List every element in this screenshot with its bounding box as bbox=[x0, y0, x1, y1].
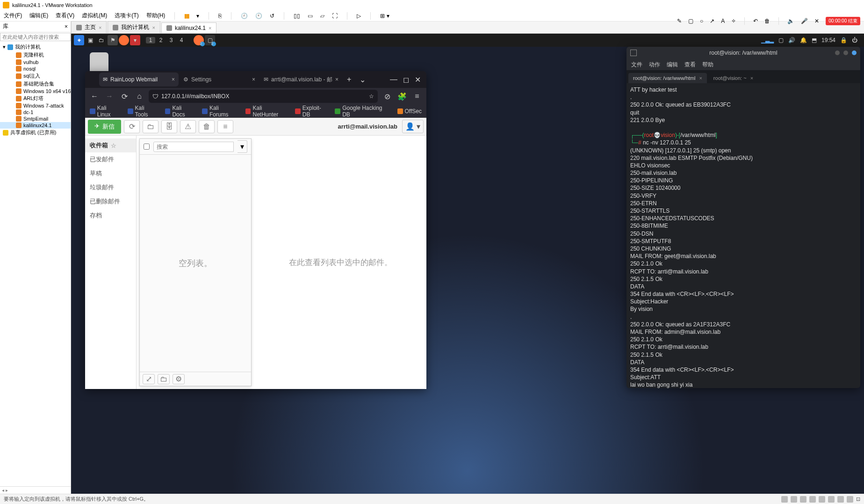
terminal-titlebar[interactable]: root@vision: /var/www/html bbox=[626, 47, 860, 59]
folder-sent[interactable]: 已发邮件 bbox=[85, 152, 136, 166]
status-dev-icon[interactable] bbox=[781, 496, 788, 503]
menu-help[interactable]: 帮助(H) bbox=[146, 12, 166, 20]
fullscreen-icon[interactable]: ⛶ bbox=[332, 13, 338, 19]
snapshot-icon[interactable]: 🕘 bbox=[241, 13, 248, 19]
nav-home-icon[interactable]: ⌂ bbox=[134, 92, 145, 101]
menu-view[interactable]: 查看(V) bbox=[56, 12, 74, 20]
term-menu-actions[interactable]: 动作 bbox=[649, 61, 660, 69]
bookmark-item[interactable]: Kali NetHunter bbox=[245, 105, 288, 118]
status-dev-icon[interactable] bbox=[809, 496, 816, 503]
browser-tab-settings[interactable]: ⚙Settings× bbox=[180, 72, 259, 86]
tool-rect-icon[interactable]: ▢ bbox=[688, 18, 693, 24]
tool-text-icon[interactable]: A bbox=[721, 18, 725, 24]
workspace-1[interactable]: 1 bbox=[146, 37, 155, 43]
term-tab-2[interactable]: root@vision: ~× bbox=[709, 73, 758, 83]
menu-edit[interactable]: 编辑(E) bbox=[29, 12, 48, 20]
search-input[interactable] bbox=[153, 142, 234, 152]
browser-tab-mail[interactable]: ✉arrti@mail.vision.lab - 邮× bbox=[260, 72, 342, 86]
bookmark-item[interactable]: Kali Linux bbox=[90, 105, 121, 118]
status-dev-icon[interactable] bbox=[847, 496, 853, 503]
term-menu-help[interactable]: 帮助 bbox=[702, 61, 713, 69]
tree-item[interactable]: 基础靶场合集 bbox=[0, 80, 71, 88]
url-bar[interactable]: 🛡 127.0.0.1/#/mailbox/INBOX ☆ bbox=[149, 90, 378, 103]
tree-item[interactable]: Windows 10 x64 v1607 x6 bbox=[0, 88, 71, 94]
menu-file[interactable]: 文件(F) bbox=[4, 12, 22, 20]
folder-inbox[interactable]: 收件箱☆ bbox=[85, 138, 136, 152]
layout-compact-icon[interactable]: ⤢ bbox=[143, 374, 155, 384]
workspace-4[interactable]: 4 bbox=[177, 37, 186, 43]
tree-item[interactable]: vulhub bbox=[0, 59, 71, 65]
bookmark-item[interactable]: Kali Tools bbox=[128, 105, 158, 118]
status-dev-icon[interactable] bbox=[819, 496, 825, 503]
tool-circle-icon[interactable]: ○ bbox=[700, 18, 703, 24]
vm-menu-dropdown-icon[interactable]: ▾ bbox=[196, 13, 199, 19]
tray-lock-icon[interactable]: 🔒 bbox=[840, 37, 847, 43]
library-icon[interactable]: ⊞ ▾ bbox=[380, 13, 389, 19]
folder-icon[interactable]: 🗀 bbox=[96, 35, 107, 45]
tool-mic-icon[interactable]: 🎤 bbox=[801, 18, 808, 24]
tool-brush-icon[interactable]: ✧ bbox=[731, 18, 736, 24]
nav-back-icon[interactable]: ← bbox=[89, 92, 100, 101]
layout3-icon[interactable]: ▱ bbox=[320, 13, 324, 19]
term-menu-edit[interactable]: 编辑 bbox=[667, 61, 678, 69]
terminal-output[interactable]: ATT by hacker test . 250 2.0.0 Ok: queue… bbox=[626, 83, 860, 388]
tree-item[interactable]: 克隆样机 bbox=[0, 51, 71, 59]
kali-menu-icon[interactable]: ⌖ bbox=[74, 35, 84, 45]
layout-folder-icon[interactable]: 🗀 bbox=[158, 374, 170, 384]
status-expand-icon[interactable]: ⊡ bbox=[856, 496, 860, 503]
tree-item[interactable]: Windows 7-attack bbox=[0, 102, 71, 109]
sidebar-close-icon[interactable]: × bbox=[65, 23, 68, 30]
tab-close-icon[interactable]: × bbox=[252, 76, 255, 83]
workspace-3[interactable]: 3 bbox=[166, 37, 176, 43]
tool-delete-icon[interactable]: 🗑 bbox=[764, 18, 770, 24]
send-ctrl-alt-del-icon[interactable]: ⎘ bbox=[218, 13, 222, 19]
tree-root[interactable]: ▾我的计算机 bbox=[0, 43, 71, 51]
tab-close-icon[interactable]: × bbox=[99, 25, 101, 30]
user-menu-button[interactable]: 👤▾ bbox=[402, 120, 424, 133]
tab-close-icon[interactable]: × bbox=[335, 76, 338, 83]
tree-item[interactable]: nosql bbox=[0, 65, 71, 72]
tool-close-icon[interactable]: ✕ bbox=[814, 18, 819, 24]
tray-clock[interactable]: 19:54 bbox=[821, 37, 835, 43]
tree-item[interactable]: ARL灯塔 bbox=[0, 94, 71, 102]
win-min-icon[interactable]: — bbox=[390, 75, 397, 84]
status-dev-icon[interactable] bbox=[837, 496, 844, 503]
shield-icon[interactable]: 🛡 bbox=[152, 93, 158, 100]
extensions-icon[interactable]: 🧩 bbox=[396, 92, 408, 101]
folder-button[interactable]: 🗀 bbox=[143, 120, 158, 133]
new-tab-icon[interactable]: + bbox=[343, 75, 355, 84]
tree-item[interactable]: SmtpEmail bbox=[0, 115, 71, 122]
pause-icon[interactable]: ▮▮ bbox=[184, 13, 189, 19]
bookmark-star-icon[interactable]: ☆ bbox=[369, 93, 374, 100]
tab-close-icon[interactable]: × bbox=[209, 25, 211, 31]
menu-tabs[interactable]: 选项卡(T) bbox=[115, 12, 138, 20]
revert-icon[interactable]: ↺ bbox=[270, 13, 274, 19]
term-max-icon[interactable] bbox=[843, 50, 848, 55]
tab-mycomputer[interactable]: 我的计算机× bbox=[108, 21, 160, 33]
tray-power-icon[interactable]: ⏻ bbox=[852, 37, 857, 43]
compose-button[interactable]: ✈新信 bbox=[88, 120, 121, 134]
browser-tab-rainloop[interactable]: ✉RainLoop Webmail× bbox=[99, 72, 179, 86]
tree-item-active[interactable]: kalilinux24.1 bbox=[0, 122, 71, 129]
nav-fwd-icon[interactable]: → bbox=[104, 92, 115, 101]
workspace-2[interactable]: 2 bbox=[156, 37, 166, 43]
folder-archive[interactable]: 存档 bbox=[85, 209, 136, 223]
menu-icon[interactable]: ≡ bbox=[411, 92, 423, 101]
tab-close-icon[interactable]: × bbox=[172, 76, 175, 83]
folder-trash[interactable]: 已删除邮件 bbox=[85, 194, 136, 209]
tab-home[interactable]: 主页× bbox=[71, 21, 107, 33]
tree-item[interactable]: sql注入 bbox=[0, 72, 71, 80]
menu-vm[interactable]: 虚拟机(M) bbox=[82, 12, 107, 20]
tab-close-icon[interactable]: × bbox=[699, 75, 702, 81]
kali-desktop[interactable]: ⌖ ▣ 🗀 ⚑ ▾ 1 2 3 4 2 ▢2 ▁▃▂ ▢ 🔊 🔔 bbox=[71, 34, 864, 494]
term-close-icon[interactable] bbox=[852, 50, 857, 55]
delete-button[interactable]: 🗑 bbox=[199, 120, 215, 133]
bookmark-item[interactable]: OffSec bbox=[397, 108, 422, 115]
settings-gear-icon[interactable]: ⚙ bbox=[173, 374, 185, 384]
tool-pencil-icon[interactable]: ✎ bbox=[677, 18, 682, 24]
tab-overflow-icon[interactable]: ⌄ bbox=[356, 75, 369, 84]
tool-undo-icon[interactable]: ↶ bbox=[753, 18, 758, 24]
search-dropdown-icon[interactable]: ▾ bbox=[238, 140, 247, 153]
bookmark-item[interactable]: Kali Docs bbox=[165, 105, 195, 118]
firefox-icon[interactable] bbox=[119, 35, 129, 45]
